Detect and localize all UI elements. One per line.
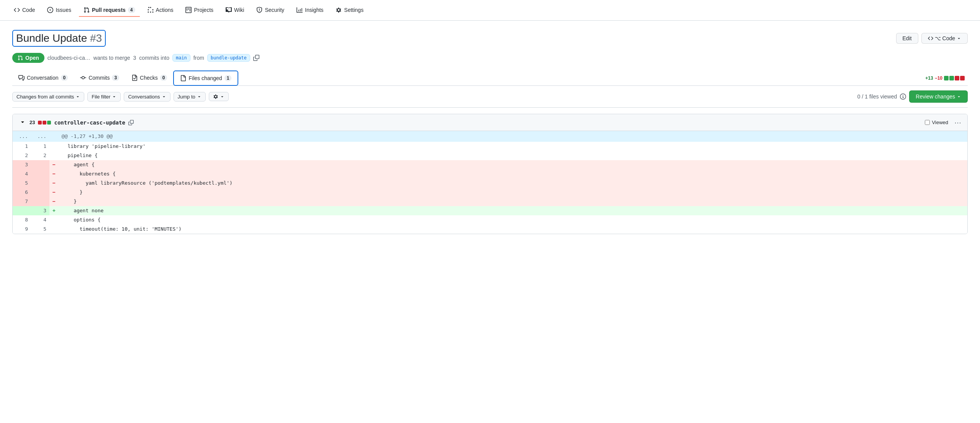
nav-projects[interactable]: Projects	[181, 4, 218, 17]
conversations-button[interactable]: Conversations	[124, 92, 170, 102]
nav-issues[interactable]: Issues	[43, 4, 75, 17]
gear-icon	[213, 94, 218, 99]
kebab-menu[interactable]: ⋯	[954, 118, 961, 127]
settings-button[interactable]	[209, 92, 229, 101]
diff-toolbar: Changes from all commits File filter Con…	[12, 86, 968, 108]
jump-to-button[interactable]: Jump to	[174, 92, 206, 102]
actions-icon	[147, 7, 154, 13]
target-branch[interactable]: main	[172, 54, 190, 62]
stat-del: −10	[935, 75, 942, 81]
mini-diff-blocks	[38, 121, 51, 125]
review-changes-button[interactable]: Review changes	[909, 90, 968, 103]
diff-table: ... ... @@ -1,27 +1,30 @@ 1 1 library 'p…	[13, 131, 967, 234]
files-viewed: 0 / 1 files viewed	[857, 93, 906, 100]
viewed-checkbox[interactable]: Viewed	[925, 120, 948, 125]
chevron-down-icon	[75, 94, 80, 99]
hunk-line-num-new: ...	[31, 131, 49, 142]
tab-files-changed[interactable]: Files changed 1	[173, 70, 238, 86]
pr-tabs: Conversation 0 Commits 3 Checks 0 Files …	[12, 70, 968, 86]
diff-block-add-2	[949, 76, 954, 80]
nav-insights[interactable]: Insights	[292, 4, 328, 17]
pr-title-row: Bundle Update #3 Edit ⌥ Code	[12, 30, 968, 47]
files-icon	[180, 75, 186, 81]
hunk-header-row: ... ... @@ -1,27 +1,30 @@	[13, 131, 967, 142]
diff-blocks	[944, 76, 965, 80]
pr-merge-action: wants to merge	[93, 55, 130, 61]
security-icon	[256, 7, 262, 13]
conversation-icon	[18, 75, 25, 81]
change-count: 23	[29, 120, 35, 125]
status-badge: Open	[12, 53, 44, 63]
header-actions: Edit ⌥ Code	[896, 33, 968, 44]
nav-security[interactable]: Security	[252, 4, 289, 17]
pr-number: #3	[90, 32, 102, 44]
pr-title: Bundle Update #3	[12, 30, 106, 47]
diff-line-8: 8 4 options {	[13, 215, 967, 225]
pr-commit-count: 3	[133, 55, 136, 61]
nav-pull-requests[interactable]: Pull requests 4	[79, 4, 140, 17]
chevron-down-icon	[957, 94, 961, 99]
collapse-button[interactable]	[19, 118, 26, 127]
diff-file-header: 23 controller-casc-update Viewed ⋯	[13, 114, 967, 131]
commits-count: 3	[112, 75, 119, 81]
tab-conversation[interactable]: Conversation 0	[12, 71, 74, 85]
chevron-down-icon	[162, 94, 166, 99]
copy-file-icon[interactable]	[128, 120, 134, 125]
top-nav: Code Issues Pull requests 4 Actions Proj…	[0, 0, 980, 21]
code-icon	[14, 7, 20, 13]
settings-icon	[336, 7, 342, 13]
chevron-down-icon	[220, 94, 225, 99]
diff-line-del-6: 6 − }	[13, 188, 967, 197]
tab-commits[interactable]: Commits 3	[74, 71, 125, 85]
diff-line-del-7: 7 − }	[13, 197, 967, 206]
chevron-down-icon	[20, 119, 26, 125]
mini-block-r2	[43, 121, 46, 125]
nav-settings[interactable]: Settings	[331, 4, 368, 17]
diff-line-del-5: 5 − yaml libraryResource ('podtemplates/…	[13, 179, 967, 188]
diff-block-del-2	[960, 76, 965, 80]
page-content: Bundle Update #3 Edit ⌥ Code Open cloudb…	[0, 21, 980, 243]
source-branch[interactable]: bundle-update	[207, 54, 250, 62]
pr-count-badge: 4	[128, 7, 135, 13]
diff-line-del-3: 3 − agent {	[13, 160, 967, 169]
diff-line-add-3: 3 + agent none	[13, 206, 967, 215]
wiki-icon	[226, 7, 232, 13]
nav-actions[interactable]: Actions	[143, 4, 178, 17]
edit-button[interactable]: Edit	[896, 33, 918, 44]
code-button[interactable]: ⌥ Code	[921, 33, 968, 44]
files-changed-count: 1	[225, 75, 232, 81]
code-icon	[928, 36, 933, 41]
pr-meta: Open cloudbees-ci-ca… wants to merge 3 c…	[12, 53, 968, 63]
info-icon[interactable]	[900, 93, 906, 100]
mini-block-g1	[47, 121, 51, 125]
projects-icon	[185, 7, 192, 13]
checks-count: 0	[160, 75, 167, 81]
chevron-down-icon	[112, 94, 116, 99]
file-filter-button[interactable]: File filter	[87, 92, 121, 102]
hunk-header-text: @@ -1,27 +1,30 @@	[59, 131, 967, 142]
tab-stats: +13 −10	[925, 75, 965, 81]
insights-icon	[297, 7, 303, 13]
mini-block-r1	[38, 121, 42, 125]
diff-line-2: 2 2 pipeline {	[13, 151, 967, 160]
nav-code[interactable]: Code	[9, 4, 39, 17]
issues-icon	[47, 7, 53, 13]
file-name: controller-casc-update	[54, 120, 125, 126]
diff-line-1: 1 1 library 'pipeline-library'	[13, 142, 967, 151]
changes-from-button[interactable]: Changes from all commits	[12, 92, 84, 102]
diff-block-del-1	[955, 76, 959, 80]
open-icon	[18, 55, 23, 61]
checks-icon	[131, 75, 138, 81]
copy-icon[interactable]	[253, 55, 259, 61]
tab-checks[interactable]: Checks 0	[125, 71, 173, 85]
pr-author: cloudbees-ci-ca…	[48, 55, 90, 61]
nav-wiki[interactable]: Wiki	[221, 4, 249, 17]
commits-icon	[80, 75, 86, 81]
hunk-line-num-old: ...	[13, 131, 31, 142]
diff-line-9: 9 5 timeout(time: 10, unit: 'MINUTES')	[13, 225, 967, 234]
pr-icon	[84, 7, 90, 13]
diff-block-add-1	[944, 76, 949, 80]
diff-container: 23 controller-casc-update Viewed ⋯	[12, 114, 968, 234]
viewed-input[interactable]	[925, 120, 930, 125]
diff-line-del-4: 4 − kubernetes {	[13, 169, 967, 179]
